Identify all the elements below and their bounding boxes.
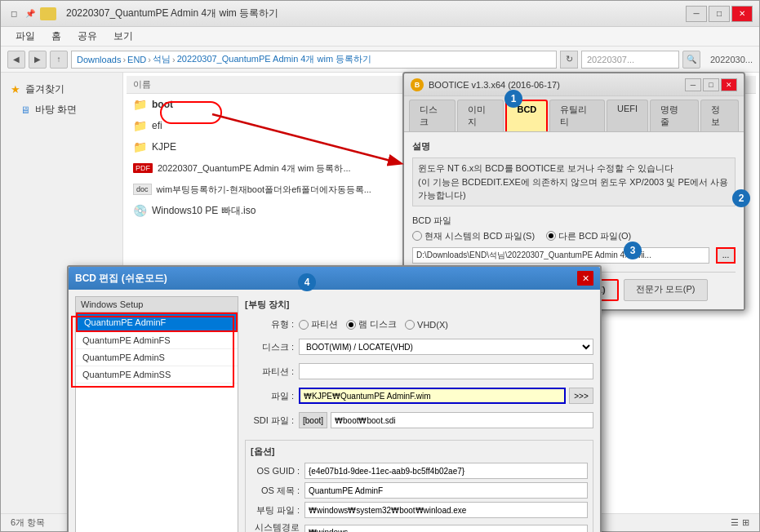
- type-radio-vhd[interactable]: VHD(X): [405, 318, 448, 330]
- menu-share[interactable]: 공유: [69, 28, 105, 45]
- tab-image[interactable]: 이미지: [457, 100, 504, 131]
- disk-select[interactable]: BOOT(WIM) / LOCATE(VHD): [299, 339, 593, 355]
- file-arrow-button[interactable]: >>>: [569, 388, 593, 404]
- bootice-title: BOOTICE v1.3.x64 (2016-06-17): [429, 80, 685, 90]
- boot-details-panel: [부팅 장치] 유형 : 파티션 램 디스크 VHD(X): [245, 296, 593, 532]
- bootice-maximize-button[interactable]: □: [703, 78, 719, 91]
- minimize-button[interactable]: ─: [686, 6, 707, 22]
- type-vhd-label: VHD(X): [417, 320, 448, 330]
- sidebar-item-favorites[interactable]: ★ 즐겨찾기: [1, 79, 122, 100]
- file-name-boot: boot: [152, 99, 173, 110]
- path-downloads[interactable]: Downloads: [77, 55, 121, 64]
- path-seoknim[interactable]: 석님: [153, 53, 171, 65]
- folder-icon-kjpe: 📁: [133, 140, 147, 153]
- boot-entry-adminf[interactable]: QuantumPE AdminF: [76, 313, 238, 332]
- path-folder[interactable]: 20220307_QuantumPE Admin 4개 wim 등록하기: [177, 53, 371, 65]
- sys-path-input[interactable]: [304, 525, 588, 533]
- sidebar-item-label-desktop: 바탕 화면: [35, 103, 77, 117]
- boot-entry-adminss[interactable]: QuantumPE AdminSS: [76, 366, 238, 383]
- radio-current-system[interactable]: 현재 시스템의 BCD 파일(S): [412, 230, 535, 242]
- pdf-icon: PDF: [133, 163, 153, 173]
- radio-other-file[interactable]: 다른 BCD 파일(O): [546, 230, 631, 242]
- bootice-tabs: 디스크 이미지 BCD 유틸리티 UEFI 명령 줄 정보: [404, 96, 744, 132]
- address-bar: ◀ ▶ ↑ Downloads › END › 석님 › 20220307_Qu…: [1, 47, 759, 73]
- sdi-row: SDI 파일 : [boot]: [245, 412, 593, 428]
- back-button[interactable]: ◀: [7, 51, 25, 69]
- menu-file[interactable]: 파일: [7, 28, 43, 45]
- bootice-controls: ─ □ ✕: [685, 78, 737, 91]
- file-name-efi: efi: [152, 120, 162, 131]
- partition-input[interactable]: [299, 363, 593, 379]
- sidebar-item-desktop[interactable]: 🖥 바탕 화면: [1, 100, 122, 120]
- type-partition-label: 파티션: [311, 318, 338, 330]
- file-row: 파일 : >>>: [245, 388, 593, 404]
- menu-home[interactable]: 홈: [43, 28, 69, 45]
- bcd-radio-group: 현재 시스템의 BCD 파일(S) 다른 BCD 파일(O): [412, 230, 736, 242]
- file-input[interactable]: [299, 388, 566, 404]
- boot-file-input[interactable]: [304, 502, 588, 518]
- expert-mode-button[interactable]: 전문가 모드(P): [624, 279, 708, 301]
- search-icon[interactable]: 🔍: [682, 51, 700, 69]
- type-radio-partition[interactable]: 파티션: [299, 318, 338, 330]
- tab-info[interactable]: 정보: [700, 100, 739, 131]
- grid-view-icon[interactable]: ⊞: [742, 517, 749, 528]
- os-title-input[interactable]: [304, 482, 588, 499]
- sdi-tag: [boot]: [299, 412, 327, 428]
- path-sep-1: ›: [122, 55, 126, 64]
- os-guid-input[interactable]: [304, 463, 588, 479]
- type-ramdisk-label: 램 디스크: [358, 318, 397, 330]
- tab-disk[interactable]: 디스크: [409, 100, 456, 131]
- address-path[interactable]: Downloads › END › 석님 › 20220307_QuantumP…: [71, 51, 557, 69]
- bootice-close-button[interactable]: ✕: [721, 78, 737, 91]
- type-radio-ramdisk[interactable]: 램 디스크: [346, 318, 397, 330]
- disk-row: 디스크 : BOOT(WIM) / LOCATE(VHD): [245, 339, 593, 355]
- bcd-edit-title: BCD 편집 (쉬운모드): [75, 272, 577, 286]
- item-count: 6개 항목: [11, 516, 45, 529]
- bcd-path-input[interactable]: [412, 247, 709, 264]
- bcd-edit-close-button[interactable]: ✕: [577, 271, 593, 286]
- type-partition-circle: [299, 320, 309, 330]
- menu-bar: 파일 홈 공유 보기: [1, 27, 759, 47]
- window-controls: ─ □ ✕: [686, 6, 753, 22]
- refresh-button[interactable]: ↻: [560, 51, 578, 69]
- quick-access-icon[interactable]: 📌: [24, 7, 37, 20]
- iso-icon: 💿: [133, 204, 147, 217]
- radio-other-label: 다른 BCD 파일(O): [558, 230, 631, 242]
- bcd-browse-button[interactable]: ...: [716, 247, 736, 264]
- sdi-input[interactable]: [331, 412, 593, 428]
- radio-current-label: 현재 시스템의 BCD 파일(S): [424, 230, 535, 242]
- folder-icon-efi: 📁: [133, 119, 147, 132]
- maximize-button[interactable]: □: [709, 6, 730, 22]
- path-sep-3: ›: [172, 55, 176, 64]
- boot-device-section: [부팅 장치]: [245, 296, 593, 313]
- titlebar-icons: ◻ 📌: [7, 7, 60, 20]
- file-input-group: >>>: [299, 388, 593, 404]
- partition-label: 파티션 :: [245, 366, 294, 378]
- type-row: 유형 : 파티션 램 디스크 VHD(X): [245, 318, 593, 330]
- os-title-row: OS 제목 :: [251, 482, 588, 499]
- search-placeholder: 20220307...: [587, 55, 634, 64]
- boot-entry-adminfs[interactable]: QuantumPE AdminFS: [76, 332, 238, 349]
- tab-utility[interactable]: 유틸리티: [549, 100, 605, 131]
- menu-view[interactable]: 보기: [105, 28, 141, 45]
- desktop-icon: 🖥: [20, 104, 30, 116]
- folder-type-icon: [40, 7, 56, 20]
- tab-cmdline[interactable]: 명령 줄: [650, 100, 699, 131]
- radio-current-circle: [412, 231, 422, 241]
- type-radio-group: 파티션 램 디스크 VHD(X): [299, 318, 448, 330]
- up-button[interactable]: ↑: [50, 51, 68, 69]
- search-box[interactable]: 20220307...: [581, 51, 679, 69]
- path-end[interactable]: END: [127, 55, 146, 64]
- boot-entry-admins[interactable]: QuantumPE AdminS: [76, 349, 238, 366]
- type-label: 유형 :: [245, 318, 294, 330]
- system-menu-icon[interactable]: ◻: [7, 7, 20, 20]
- tab-bcd[interactable]: BCD: [505, 100, 548, 131]
- file-name-pdf: 20220307_QuantumPE Admin 4개 wim 등록하...: [158, 162, 351, 175]
- bootice-minimize-button[interactable]: ─: [685, 78, 701, 91]
- options-section: [옵션] OS GUID : OS 제목 : 부팅 파일 : 시스템경로 :: [245, 440, 593, 532]
- forward-button[interactable]: ▶: [29, 51, 47, 69]
- tab-uefi[interactable]: UEFI: [607, 100, 648, 131]
- close-button[interactable]: ✕: [731, 6, 753, 22]
- list-view-icon[interactable]: ☰: [731, 517, 739, 528]
- sdi-input-group: [boot]: [299, 412, 593, 428]
